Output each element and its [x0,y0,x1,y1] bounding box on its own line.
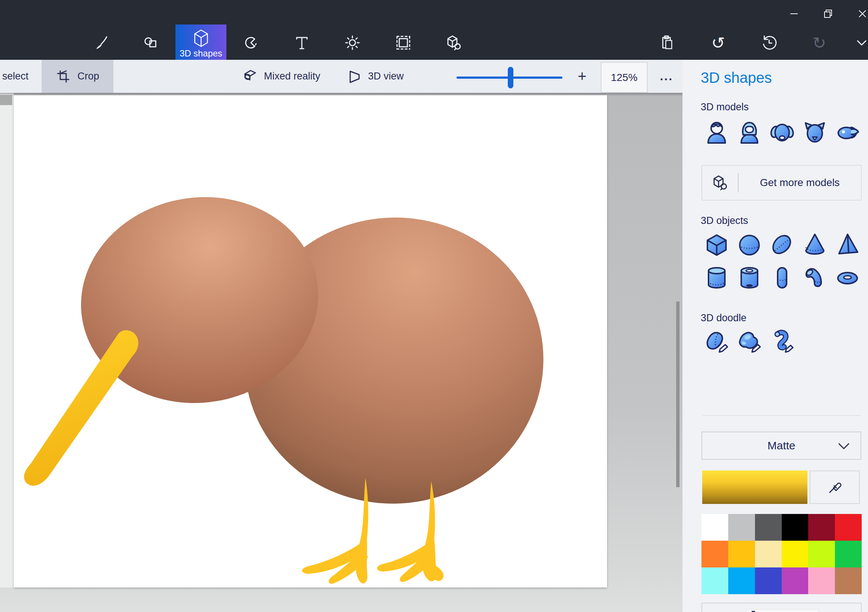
3d-library-icon [712,175,728,191]
finish-dropdown[interactable]: Matte [701,431,861,460]
object-hemisphere-icon[interactable] [769,232,795,258]
palette-swatch[interactable] [728,567,755,594]
redo-button-disabled[interactable]: ↻ [811,34,828,51]
object-tube-icon[interactable] [736,265,763,291]
palette-swatch[interactable] [835,541,862,567]
active-color-swatch[interactable] [702,470,808,504]
object-capsule-icon[interactable] [769,265,795,291]
palette-swatch[interactable] [755,541,782,567]
text-icon [294,34,310,51]
close-icon [857,9,867,19]
doodle-tube-brush-icon[interactable] [769,330,795,356]
palette-swatch[interactable] [782,541,809,567]
brush-tool-button[interactable] [93,34,110,51]
undo-icon: ↺ [711,33,725,53]
crop-label: Crop [78,71,99,82]
history-button[interactable] [761,34,777,51]
get-more-models-button[interactable]: Get more models [701,165,862,201]
minimize-icon [790,9,798,18]
eyedropper-button[interactable] [810,470,860,504]
model-fish-icon[interactable] [835,120,860,146]
palette-swatch[interactable] [808,514,835,541]
palette-swatch[interactable] [728,514,755,541]
palette-swatch[interactable] [808,541,835,567]
3d-library-tool-button[interactable] [446,34,462,51]
effects-sun-icon [344,34,361,51]
scroll-corner [0,95,12,105]
tab-3d-shapes-label: 3D shapes [180,48,222,59]
drawing-canvas[interactable] [14,95,607,587]
palette-swatch[interactable] [728,541,755,567]
palette-swatch[interactable] [835,567,862,594]
vertical-scrollbar-thumb[interactable] [676,301,679,487]
palette-swatch[interactable] [782,567,809,594]
titlebar: 3D shapes [0,0,868,60]
workspace-left-strip [0,93,14,587]
object-torus-icon[interactable] [835,265,860,291]
history-clock-icon [761,34,777,51]
zoom-in-button[interactable]: + [574,60,590,93]
close-button[interactable] [854,5,868,22]
magic-select-label[interactable]: select [2,60,29,93]
palette-swatch[interactable] [755,567,782,594]
zoom-level-value: 125% [611,72,637,83]
plus-icon: + [578,68,586,85]
doodle-soft-edge-icon[interactable] [736,330,763,356]
palette-swatch[interactable] [701,514,728,541]
tab-3d-shapes[interactable]: 3D shapes [175,25,226,60]
crop-icon [56,69,71,84]
stickers-icon [243,34,259,51]
panel-divider [702,415,861,416]
undo-button[interactable]: ↺ [710,34,726,51]
restore-button[interactable] [820,5,837,22]
stickers-tool-button[interactable] [243,34,259,51]
object-cylinder-icon[interactable] [704,265,730,291]
model-dog-icon[interactable] [769,120,795,146]
3d-library-icon [446,34,462,51]
kiwi-beak [24,330,139,486]
crop-button[interactable]: Crop [42,60,113,93]
object-pyramid-icon[interactable] [835,232,860,258]
panel-title: 3D shapes [701,70,772,86]
expand-toolbar-button[interactable] [854,34,868,51]
palette-swatch[interactable] [755,514,782,541]
finish-value: Matte [767,439,795,452]
partial-inner-box [746,609,819,612]
paste-button[interactable] [659,34,676,51]
effects-tool-button[interactable] [344,34,361,51]
model-woman-icon[interactable] [736,120,763,146]
redo-icon: ↻ [812,33,826,53]
partial-bottom-control[interactable] [701,603,862,612]
minimize-button[interactable] [786,5,803,22]
palette-swatch[interactable] [782,514,809,541]
3d-cube-icon [192,29,210,48]
object-curved-tube-icon[interactable] [802,265,828,291]
chevron-down-icon [855,36,868,50]
get-more-models-label: Get more models [739,177,861,189]
2d-shapes-tool-button[interactable] [143,34,159,51]
object-sphere-icon[interactable] [736,232,763,258]
text-tool-button[interactable] [294,34,310,51]
zoom-level-button[interactable]: 125% [601,62,648,93]
object-cone-icon[interactable] [802,232,828,258]
palette-swatch[interactable] [701,541,728,567]
palette-swatch[interactable] [701,567,728,594]
paint3d-window: 3D shapes [0,0,868,612]
2d-shapes-icon [143,34,159,51]
model-cat-icon[interactable] [802,120,828,146]
palette-swatch[interactable] [808,567,835,594]
canvas-tool-button[interactable] [395,34,412,51]
3d-view-icon[interactable] [346,68,362,84]
model-man-icon[interactable] [704,120,730,146]
object-cube-icon[interactable] [704,232,730,258]
3d-view-label[interactable]: 3D view [368,60,404,93]
mixed-reality-label[interactable]: Mixed reality [264,60,321,93]
more-options-button[interactable]: ... [656,60,678,93]
3d-objects-label: 3D objects [701,215,748,227]
kiwi-bird-drawing [14,95,607,587]
zoom-slider-thumb[interactable] [508,67,513,88]
mixed-reality-icon[interactable] [242,68,258,84]
doodle-sharp-edge-icon[interactable] [704,330,730,356]
palette-swatch[interactable] [835,514,862,541]
3d-models-label: 3D models [701,101,749,113]
